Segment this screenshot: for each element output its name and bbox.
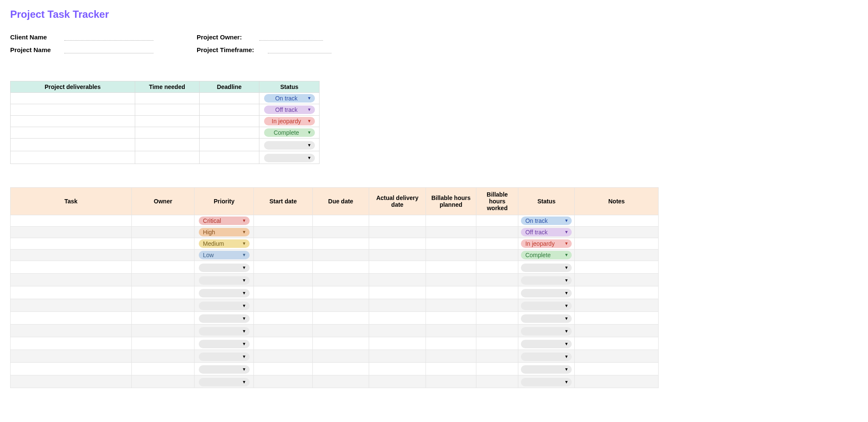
table-cell[interactable] [254,215,312,227]
table-cell[interactable] [254,350,312,363]
table-cell[interactable] [426,227,476,238]
priority-dropdown[interactable]: ▼ [199,302,250,310]
table-cell[interactable] [575,350,659,363]
table-cell[interactable] [312,375,369,388]
table-cell[interactable] [11,238,132,250]
table-cell[interactable] [11,227,132,238]
table-cell[interactable] [11,375,132,388]
table-cell[interactable] [135,127,199,139]
status-dropdown[interactable]: Complete▼ [264,128,315,137]
status-dropdown[interactable]: ▼ [521,340,572,348]
table-cell[interactable] [426,375,476,388]
table-cell[interactable] [369,238,426,250]
table-cell[interactable] [575,250,659,261]
status-dropdown[interactable]: Complete▼ [521,251,572,259]
table-cell[interactable] [312,363,369,375]
table-cell[interactable] [369,299,426,312]
status-dropdown[interactable]: ▼ [521,276,572,285]
table-cell[interactable] [312,350,369,363]
table-cell[interactable] [426,312,476,325]
table-cell[interactable] [11,312,132,325]
table-cell[interactable] [476,250,518,261]
priority-dropdown[interactable]: ▼ [199,289,250,297]
table-cell[interactable] [426,337,476,350]
table-cell[interactable] [135,116,199,127]
table-cell[interactable] [131,227,194,238]
table-cell[interactable] [254,325,312,337]
table-cell[interactable] [575,299,659,312]
table-cell[interactable] [575,227,659,238]
table-cell[interactable] [476,350,518,363]
table-cell[interactable] [254,274,312,286]
table-cell[interactable] [476,325,518,337]
table-cell[interactable] [312,274,369,286]
table-cell[interactable] [254,286,312,299]
table-cell[interactable] [135,104,199,116]
table-cell[interactable] [199,127,259,139]
table-cell[interactable] [369,325,426,337]
table-cell[interactable] [476,375,518,388]
table-cell[interactable] [426,363,476,375]
table-cell[interactable] [199,104,259,116]
table-cell[interactable] [254,261,312,274]
table-cell[interactable] [254,299,312,312]
table-cell[interactable] [312,261,369,274]
table-cell[interactable] [11,363,132,375]
table-cell[interactable] [199,139,259,151]
table-cell[interactable] [254,312,312,325]
table-cell[interactable] [11,151,135,164]
table-cell[interactable] [254,238,312,250]
table-cell[interactable] [11,286,132,299]
priority-dropdown[interactable]: Medium▼ [199,239,250,248]
table-cell[interactable] [476,215,518,227]
priority-dropdown[interactable]: ▼ [199,378,250,386]
table-cell[interactable] [254,363,312,375]
status-dropdown[interactable]: Off track▼ [264,106,315,114]
table-cell[interactable] [575,325,659,337]
status-dropdown[interactable]: ▼ [521,314,572,323]
table-cell[interactable] [131,363,194,375]
table-cell[interactable] [131,337,194,350]
table-cell[interactable] [426,325,476,337]
table-cell[interactable] [199,151,259,164]
table-cell[interactable] [131,215,194,227]
status-dropdown[interactable]: ▼ [521,264,572,272]
priority-dropdown[interactable]: ▼ [199,276,250,285]
status-dropdown[interactable]: In jeopardy▼ [521,239,572,248]
table-cell[interactable] [575,363,659,375]
table-cell[interactable] [11,215,132,227]
status-dropdown[interactable]: ▼ [521,353,572,361]
priority-dropdown[interactable]: ▼ [199,264,250,272]
table-cell[interactable] [476,238,518,250]
priority-dropdown[interactable]: Low▼ [199,251,250,259]
table-cell[interactable] [312,299,369,312]
table-cell[interactable] [476,363,518,375]
priority-dropdown[interactable]: ▼ [199,314,250,323]
table-cell[interactable] [312,215,369,227]
table-cell[interactable] [426,350,476,363]
table-cell[interactable] [131,238,194,250]
table-cell[interactable] [11,274,132,286]
table-cell[interactable] [11,337,132,350]
priority-dropdown[interactable]: ▼ [199,365,250,374]
table-cell[interactable] [135,139,199,151]
table-cell[interactable] [11,299,132,312]
table-cell[interactable] [11,261,132,274]
table-cell[interactable] [131,375,194,388]
project-owner-field[interactable] [259,33,323,41]
table-cell[interactable] [575,312,659,325]
table-cell[interactable] [369,286,426,299]
table-cell[interactable] [476,286,518,299]
table-cell[interactable] [426,250,476,261]
priority-dropdown[interactable]: ▼ [199,353,250,361]
table-cell[interactable] [575,238,659,250]
table-cell[interactable] [11,250,132,261]
table-cell[interactable] [476,261,518,274]
status-dropdown[interactable]: Off track▼ [521,228,572,236]
priority-dropdown[interactable]: High▼ [199,228,250,236]
table-cell[interactable] [369,215,426,227]
table-cell[interactable] [11,325,132,337]
status-dropdown[interactable]: ▼ [264,154,315,162]
table-cell[interactable] [131,312,194,325]
table-cell[interactable] [369,363,426,375]
